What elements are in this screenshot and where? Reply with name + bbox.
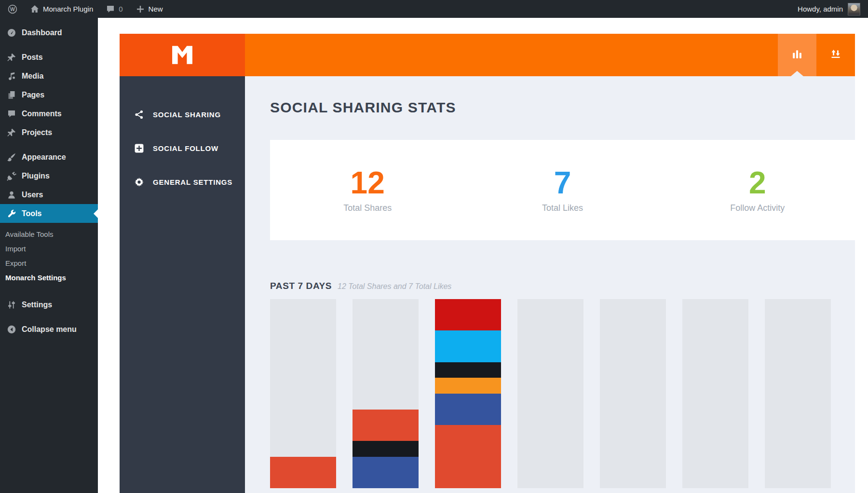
- pages-icon: [7, 90, 16, 100]
- monarch-menu: SOCIAL SHARINGSOCIAL FOLLOWGENERAL SETTI…: [120, 76, 245, 493]
- submenu-item-monarch-settings[interactable]: Monarch Settings: [0, 270, 98, 285]
- sidebar-item-label: Plugins: [22, 172, 50, 180]
- bar-segment-dark_blue: [435, 394, 501, 425]
- collapse-icon: [7, 325, 16, 334]
- monarch-menu-social-follow[interactable]: SOCIAL FOLLOW: [120, 131, 245, 165]
- monarch-menu-label: SOCIAL FOLLOW: [153, 144, 218, 152]
- dashboard-icon: [7, 28, 16, 38]
- chart-bar-2: [353, 299, 419, 488]
- chart-bar-6: [682, 299, 748, 488]
- sidebar-item-label: Dashboard: [22, 28, 62, 37]
- sidebar-item-label: Collapse menu: [22, 325, 77, 334]
- monarch-logo: [120, 34, 245, 76]
- tools-submenu: Available ToolsImportExportMonarch Setti…: [0, 223, 98, 289]
- sidebar-item-media[interactable]: Media: [0, 67, 98, 85]
- user-icon: [7, 190, 16, 200]
- site-link[interactable]: Monarch Plugin: [30, 4, 93, 14]
- bar-segment-black: [353, 441, 419, 457]
- chart-bar-4: [517, 299, 583, 488]
- chart-bar-stack: [270, 457, 336, 488]
- submenu-item-available-tools[interactable]: Available Tools: [0, 227, 98, 241]
- admin-content-area: SOCIAL SHARINGSOCIAL FOLLOWGENERAL SETTI…: [98, 18, 868, 493]
- bar-segment-red: [435, 299, 501, 330]
- sliders-icon: [7, 300, 16, 310]
- sidebar-item-label: Projects: [22, 128, 52, 137]
- wrench-icon: [7, 209, 16, 219]
- stat-value: 7: [554, 167, 571, 198]
- totals-card: 12Total Shares7Total Likes2Follow Activi…: [270, 140, 855, 240]
- comment-icon: [7, 109, 16, 119]
- stats-main: SOCIAL SHARING STATS 12Total Shares7Tota…: [245, 76, 855, 493]
- comment-bubble-icon: [106, 4, 115, 14]
- submenu-item-export[interactable]: Export: [0, 256, 98, 270]
- bar-segment-orange_red: [435, 425, 501, 488]
- header-tab-sharing-stats[interactable]: [778, 34, 816, 76]
- past-7-days-title: PAST 7 DAYS: [270, 281, 332, 291]
- chart-bar-3: [435, 299, 501, 488]
- monarch-panel: SOCIAL SHARINGSOCIAL FOLLOWGENERAL SETTI…: [120, 34, 855, 493]
- sidebar-item-projects[interactable]: Projects: [0, 123, 98, 142]
- chart-bar-1: [270, 299, 336, 488]
- bar-segment-dark_blue: [353, 457, 419, 488]
- monarch-menu-social-sharing[interactable]: SOCIAL SHARING: [120, 97, 245, 131]
- submenu-item-import[interactable]: Import: [0, 241, 98, 256]
- chart-bar-7: [765, 299, 831, 488]
- sidebar-item-label: Comments: [22, 110, 62, 118]
- chart-bar-stack: [353, 410, 419, 488]
- bar-segment-light_blue: [435, 330, 501, 362]
- plus-square-icon: [134, 143, 144, 153]
- sidebar-item-label: Users: [22, 191, 43, 199]
- bar-segment-orange_red: [353, 410, 419, 441]
- account-menu[interactable]: Howdy, admin: [798, 3, 860, 15]
- follow-tab-icon: [830, 48, 841, 62]
- home-icon: [30, 4, 40, 14]
- sidebar-item-settings[interactable]: Settings: [0, 295, 98, 314]
- sidebar-item-label: Settings: [22, 301, 52, 309]
- sidebar-item-posts[interactable]: Posts: [0, 48, 98, 67]
- past-7-days-subtitle: 12 Total Shares and 7 Total Likes: [338, 282, 451, 291]
- shares-bar-chart: [270, 299, 831, 488]
- sidebar-item-collapse-menu[interactable]: Collapse menu: [0, 320, 98, 339]
- stat-total-shares: 12Total Shares: [270, 140, 465, 240]
- header-tab-import-export[interactable]: [816, 34, 855, 76]
- sidebar-item-plugins[interactable]: Plugins: [0, 166, 98, 185]
- sidebar-item-pages[interactable]: Pages: [0, 85, 98, 104]
- brush-icon: [7, 152, 16, 162]
- stat-label: Total Likes: [542, 203, 583, 213]
- monarch-header: [120, 34, 855, 76]
- bar-segment-black: [435, 362, 501, 378]
- sidebar-item-label: Appearance: [22, 153, 66, 162]
- stat-follow-activity: 2Follow Activity: [660, 140, 855, 240]
- stat-value: 2: [749, 167, 766, 198]
- monarch-menu-general-settings[interactable]: GENERAL SETTINGS: [120, 165, 245, 199]
- past-7-days-header: PAST 7 DAYS 12 Total Shares and 7 Total …: [270, 281, 855, 291]
- site-name: Monarch Plugin: [43, 5, 93, 13]
- comment-count: 0: [119, 5, 122, 13]
- wp-admin-bar: W Monarch Plugin 0 New Howdy, admin: [0, 0, 868, 18]
- monarch-menu-label: SOCIAL SHARING: [153, 110, 221, 119]
- pushpin-icon: [7, 128, 16, 137]
- sidebar-item-users[interactable]: Users: [0, 185, 98, 204]
- howdy-text: Howdy, admin: [798, 5, 843, 13]
- wordpress-menu[interactable]: W: [8, 4, 17, 14]
- new-content-menu[interactable]: New: [136, 4, 163, 14]
- sidebar-item-comments[interactable]: Comments: [0, 104, 98, 123]
- avatar: [848, 3, 860, 15]
- sidebar-item-label: Posts: [22, 53, 43, 62]
- bar-segment-orange_red: [270, 457, 336, 488]
- page-title: SOCIAL SHARING STATS: [270, 99, 855, 116]
- sidebar-item-tools[interactable]: Tools: [0, 204, 98, 223]
- wordpress-logo-icon: W: [8, 4, 17, 14]
- sidebar-item-label: Pages: [22, 91, 44, 99]
- media-icon: [7, 71, 16, 81]
- sidebar-item-appearance[interactable]: Appearance: [0, 148, 98, 166]
- new-label: New: [149, 5, 163, 13]
- stat-total-likes: 7Total Likes: [465, 140, 660, 240]
- monarch-menu-label: GENERAL SETTINGS: [153, 178, 232, 186]
- sidebar-item-dashboard[interactable]: Dashboard: [0, 23, 98, 42]
- sidebar-item-label: Tools: [22, 209, 41, 218]
- plus-icon: [136, 4, 145, 14]
- comments-shortcut[interactable]: 0: [106, 4, 122, 14]
- chart-bar-stack: [435, 299, 501, 488]
- chart-bar-5: [600, 299, 666, 488]
